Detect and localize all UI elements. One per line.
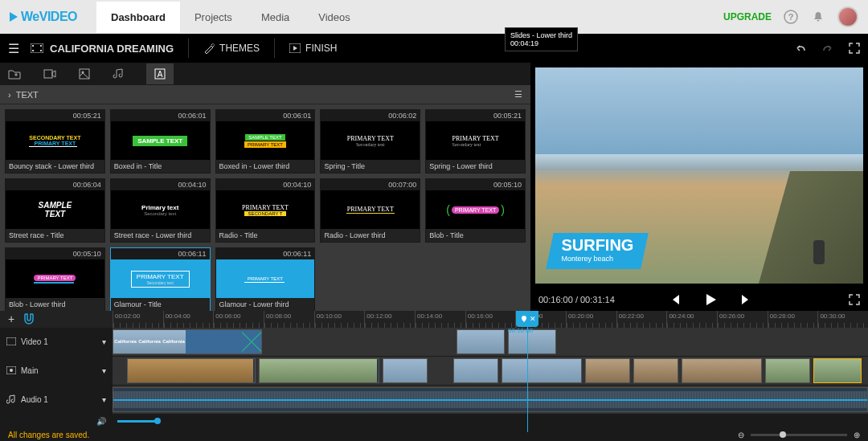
clip[interactable]: [259, 358, 379, 383]
tab-text-icon[interactable]: A: [146, 63, 174, 84]
thumb-preview: SAMPLE TEXT: [6, 190, 104, 229]
tab-audio-icon[interactable]: [113, 68, 124, 80]
track-content-audio1[interactable]: [113, 386, 868, 414]
thumb-duration: 00:04:10: [216, 179, 315, 190]
clip[interactable]: [127, 358, 256, 383]
tracks: Video 1 ▾ California California Californ…: [0, 328, 868, 429]
text-template-thumb[interactable]: 00:06:01 SAMPLE TEXTPRIMARY TEXT Boxed i…: [215, 109, 316, 174]
library-header-label: TEXT: [16, 90, 39, 100]
text-template-thumb[interactable]: 00:07:00 PRIMARY TEXT Radio - Lower thir…: [320, 178, 420, 243]
logo[interactable]: WeVIDEO: [10, 10, 77, 24]
menu-toggle-icon[interactable]: ☰: [8, 41, 19, 56]
text-template-thumb[interactable]: 00:05:10 (PRIMARY TEXT) Blob - Title: [425, 178, 526, 243]
text-template-thumb[interactable]: 00:06:11 PRIMARY TEXT Glamour - Lower th…: [215, 247, 316, 311]
zoom-slider[interactable]: [751, 434, 847, 436]
thumb-duration: 00:06:04: [6, 179, 104, 190]
clip[interactable]: [585, 358, 630, 383]
tab-folder-plus-icon[interactable]: [8, 68, 21, 80]
clip[interactable]: California California California: [113, 329, 262, 354]
nav-projects[interactable]: Projects: [180, 2, 247, 33]
tab-image-icon[interactable]: [79, 68, 90, 80]
magnet-icon[interactable]: [23, 312, 35, 325]
separator: [274, 39, 275, 58]
clip[interactable]: [453, 358, 498, 383]
ruler-tick: 00:14:00: [415, 311, 465, 328]
track-content-main[interactable]: ✎ FX 🗑: [113, 357, 868, 385]
ruler-tick: 00:08:00: [264, 311, 314, 328]
chevron-down-icon[interactable]: ▾: [102, 366, 106, 375]
close-marker-icon[interactable]: ✕: [530, 315, 536, 323]
volume-icon[interactable]: 🔊: [96, 417, 106, 426]
ruler-tick: 00:22:00: [616, 311, 667, 328]
ruler-tools: +: [0, 311, 113, 328]
ruler-tick: 00:12:00: [364, 311, 415, 328]
list-view-icon[interactable]: ☰: [514, 89, 522, 100]
thumb-label: Street race - Title: [6, 229, 104, 242]
audio-clip[interactable]: [113, 387, 868, 412]
clip[interactable]: [457, 329, 505, 354]
chevron-down-icon[interactable]: ▾: [102, 395, 106, 404]
preview-time: 00:16:00 / 00:31:14: [538, 295, 615, 304]
clip[interactable]: [502, 358, 582, 383]
text-template-thumb[interactable]: 00:04:10 PRIMARY TEXTSECONDARY T Radio -…: [215, 178, 316, 243]
bell-icon[interactable]: [810, 9, 826, 25]
zoom-out-icon[interactable]: ⊖: [738, 431, 744, 439]
expand-icon[interactable]: [849, 43, 860, 54]
ruler-tick: 00:16:00: [465, 311, 516, 328]
clip[interactable]: [633, 358, 678, 383]
logo-play-icon: [10, 12, 18, 22]
text-template-thumb[interactable]: 00:06:01 SAMPLE TEXT Boxed in - Title: [110, 109, 211, 174]
nav-media[interactable]: Media: [247, 2, 304, 33]
avatar[interactable]: [837, 6, 858, 27]
chevron-down-icon[interactable]: ▾: [102, 337, 106, 346]
ruler-tick: 00:28:00: [768, 311, 818, 328]
text-template-thumb[interactable]: 00:05:21 PRIMARY TEXTSecondary text Spri…: [425, 109, 526, 174]
project-title-text: CALIFORNIA DREAMING: [50, 43, 174, 55]
nav-dashboard[interactable]: Dashboard: [96, 2, 180, 33]
thumb-preview: Primary textSecondary text: [111, 190, 210, 229]
thumb-preview: PRIMARY TEXTSECONDARY T: [216, 190, 315, 229]
text-template-thumb[interactable]: 00:05:10 PRIMARY TEXT Blob - Lower third: [5, 247, 105, 311]
undo-icon[interactable]: [794, 43, 807, 54]
play-button[interactable]: [702, 292, 719, 308]
thumb-preview: (PRIMARY TEXT): [426, 190, 525, 229]
track-volume: 🔊: [0, 414, 868, 429]
track-header-audio1: Audio 1 ▾: [0, 386, 113, 414]
preview-video[interactable]: SURFING Monterey beach: [535, 67, 863, 284]
thumb-duration: 00:06:11: [216, 248, 315, 259]
clip[interactable]: [383, 358, 428, 383]
help-icon[interactable]: ?: [783, 9, 799, 25]
clip-selected[interactable]: ✎ FX 🗑: [813, 358, 862, 383]
finish-button[interactable]: FINISH: [289, 43, 337, 54]
playhead[interactable]: ✕ 00:16:00: [527, 311, 528, 432]
next-button[interactable]: [739, 293, 752, 306]
title-overlay: SURFING Monterey beach: [550, 233, 645, 269]
zoom-controls: ⊖ ⊕: [738, 431, 860, 439]
fullscreen-icon[interactable]: [849, 294, 860, 305]
status-text: All changes are saved.: [8, 431, 89, 439]
chevron-right-icon[interactable]: ›: [8, 90, 11, 100]
prev-button[interactable]: [669, 293, 682, 306]
redo-icon[interactable]: [821, 43, 834, 54]
thumb-preview: PRIMARY TEXTSecondary text: [321, 121, 420, 160]
thumb-duration: 00:07:00: [321, 179, 420, 190]
tab-video-icon[interactable]: [43, 69, 56, 79]
text-template-thumb[interactable]: 00:04:10 Primary textSecondary text Stre…: [110, 178, 211, 243]
separator: [188, 39, 189, 58]
track-header-main: Main ▾: [0, 357, 113, 385]
add-track-icon[interactable]: +: [8, 312, 14, 325]
ruler-ticks[interactable]: 00:02:0000:04:0000:06:0000:08:0000:10:00…: [113, 311, 868, 328]
text-template-thumb[interactable]: 00:06:11 PRIMARY TEXTSecondary text Glam…: [110, 247, 211, 311]
upgrade-link[interactable]: UPGRADE: [723, 11, 772, 22]
text-template-thumb[interactable]: 00:06:04 SAMPLE TEXT Street race - Title: [5, 178, 105, 243]
track-content-video1[interactable]: California California California: [113, 328, 868, 356]
themes-button[interactable]: THEMES: [203, 43, 260, 54]
nav-videos[interactable]: Videos: [304, 2, 365, 33]
volume-slider[interactable]: [117, 420, 158, 423]
clip[interactable]: [682, 358, 762, 383]
zoom-in-icon[interactable]: ⊕: [854, 431, 860, 439]
text-template-thumb[interactable]: 00:06:02 PRIMARY TEXTSecondary text Spri…: [320, 109, 420, 174]
track-label: Video 1: [21, 337, 48, 346]
clip[interactable]: [765, 358, 810, 383]
text-template-thumb[interactable]: 00:05:21 SECONDARY TEXTPRIMARY TEXT Boun…: [5, 109, 105, 174]
